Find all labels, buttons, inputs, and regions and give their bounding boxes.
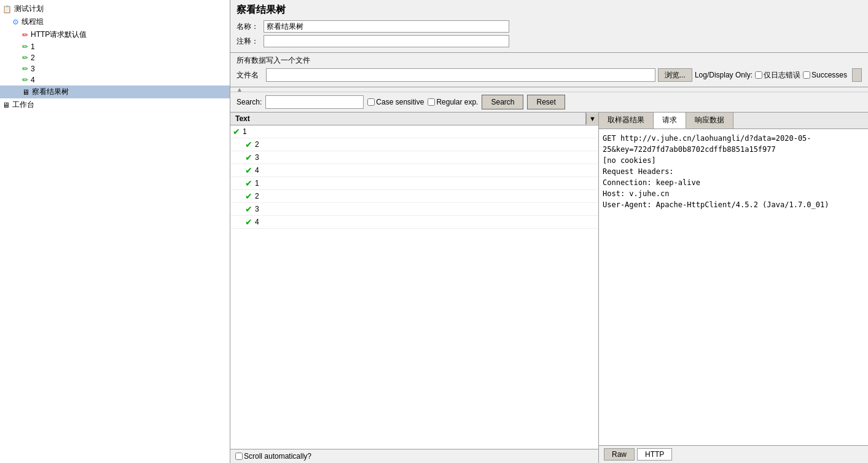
tree-panel: Text ▼ ✔ 1 ✔ 2 — [230, 113, 599, 463]
panel-header: 察看结果树 名称： 注释： — [230, 0, 868, 53]
sidebar-item-test-plan[interactable]: 📋 测试计划 — [0, 2, 230, 15]
browse-button[interactable]: 浏览... — [658, 68, 692, 82]
detail-tabs: 取样器结果 请求 响应数据 — [599, 113, 868, 129]
sidebar-item-label: 1 — [31, 42, 35, 51]
file-section: 所有数据写入一个文件 文件名 浏览... Log/Display Only: 仅… — [230, 53, 868, 87]
comment-row: 注释： — [237, 35, 862, 47]
pencil-icon: ✏ — [22, 65, 28, 73]
successes-checkbox[interactable] — [803, 71, 810, 79]
search-button[interactable]: Search — [482, 95, 523, 109]
tree-row[interactable]: ✔ 3 — [230, 203, 598, 216]
pencil-icon: ✏ — [22, 53, 28, 62]
case-sensitive-label[interactable]: Case sensitive — [367, 98, 424, 106]
tree-col-dropdown-button[interactable]: ▼ — [586, 113, 598, 124]
tree-col-header: Text — [230, 113, 586, 125]
sidebar-item-3[interactable]: ✏ 3 — [0, 63, 230, 74]
comment-label: 注释： — [237, 36, 261, 47]
row-num: 4 — [255, 218, 259, 226]
detail-panel: 取样器结果 请求 响应数据 GET http://v.juhe.cn/laohu… — [599, 113, 868, 463]
monitor-icon: 🖥 — [22, 88, 29, 97]
tree-list: ✔ 1 ✔ 2 ✔ 3 — [230, 125, 598, 449]
sidebar-item-label: 4 — [31, 76, 35, 84]
tree-row[interactable]: ✔ 1 — [230, 125, 598, 138]
content-line-3: [no cookies] — [603, 155, 864, 166]
sidebar-item-4[interactable]: ✏ 4 — [0, 74, 230, 85]
name-input[interactable] — [264, 20, 509, 33]
row-num: 3 — [255, 205, 259, 213]
row-num: 3 — [255, 153, 259, 162]
workbench-icon: 🖥 — [2, 101, 10, 109]
search-label: Search: — [237, 98, 262, 106]
sidebar-item-workbench[interactable]: 🖥 工作台 — [0, 98, 230, 111]
tree-row[interactable]: ✔ 2 — [230, 190, 598, 203]
sidebar-item-result-tree[interactable]: 🖥 察看结果树 — [0, 85, 230, 98]
successes-checkbox-label[interactable]: Successes — [803, 71, 847, 79]
tab-sampler-result[interactable]: 取样器结果 — [599, 113, 654, 129]
pencil-icon: ✏ — [22, 76, 28, 84]
sidebar-item-2[interactable]: ✏ 2 — [0, 52, 230, 63]
errors-only-checkbox-label[interactable]: 仅日志错误 — [755, 70, 800, 81]
sidebar-item-http-defaults[interactable]: ✏ HTTP请求默认值 — [0, 28, 230, 41]
name-label: 名称： — [237, 22, 261, 32]
sidebar-item-1[interactable]: ✏ 1 — [0, 41, 230, 52]
tree-footer: Scroll automatically? — [230, 449, 598, 463]
extra-button[interactable] — [852, 68, 862, 82]
sidebar-item-label: 线程组 — [22, 17, 44, 27]
raw-tab[interactable]: Raw — [604, 448, 635, 461]
file-name-label: 文件名 — [237, 70, 261, 81]
regex-text: Regular exp. — [436, 98, 478, 106]
content-line-5: Request Headers: — [603, 166, 864, 177]
http-tab[interactable]: HTTP — [637, 448, 672, 461]
scroll-auto-checkbox[interactable] — [235, 453, 243, 460]
comment-input[interactable] — [264, 35, 509, 47]
regex-checkbox[interactable] — [428, 98, 435, 106]
tab-request[interactable]: 请求 — [654, 113, 686, 129]
row-num: 2 — [255, 192, 259, 200]
success-icon: ✔ — [245, 191, 252, 201]
regex-label[interactable]: Regular exp. — [428, 98, 478, 106]
scroll-auto-label[interactable]: Scroll automatically? — [235, 452, 311, 461]
file-section-title: 所有数据写入一个文件 — [237, 55, 862, 66]
success-icon: ✔ — [245, 204, 252, 214]
success-icon: ✔ — [245, 217, 252, 227]
sidebar-item-label: 察看结果树 — [32, 87, 69, 97]
successes-label: Successes — [811, 71, 847, 79]
sidebar-item-thread-group[interactable]: ⚙ 线程组 — [0, 15, 230, 28]
right-panel: 察看结果树 名称： 注释： 所有数据写入一个文件 文件名 浏览... Log/D… — [230, 0, 868, 463]
row-num: 1 — [243, 127, 247, 136]
tree-row[interactable]: ✔ 3 — [230, 151, 598, 164]
sidebar-item-label: HTTP请求默认值 — [31, 30, 87, 40]
errors-only-label: 仅日志错误 — [764, 70, 800, 81]
search-bar: Search: Case sensitive Regular exp. Sear… — [230, 92, 868, 113]
success-icon: ✔ — [245, 152, 252, 162]
pencil-x-icon: ✏ — [22, 31, 28, 39]
sidebar-item-label: 测试计划 — [14, 4, 44, 14]
tree-row[interactable]: ✔ 4 — [230, 164, 598, 177]
row-num: 4 — [255, 166, 259, 175]
name-row: 名称： — [237, 20, 862, 33]
tab-response-data[interactable]: 响应数据 — [686, 113, 733, 129]
pencil-icon: ✏ — [22, 42, 28, 51]
tree-row[interactable]: ✔ 1 — [230, 177, 598, 190]
success-icon: ✔ — [245, 178, 252, 188]
tree-row[interactable]: ✔ 2 — [230, 138, 598, 151]
row-num: 2 — [255, 140, 259, 149]
search-input[interactable] — [265, 95, 364, 109]
row-num: 1 — [255, 179, 259, 188]
scroll-handle-row: ▲ — [230, 87, 868, 92]
tree-row[interactable]: ✔ 4 — [230, 216, 598, 229]
sidebar-item-label: 3 — [31, 65, 35, 73]
sidebar: 📋 测试计划 ⚙ 线程组 ✏ HTTP请求默认值 ✏ 1 ✏ 2 — [0, 0, 230, 463]
content-line-1: GET http://v.juhe.cn/laohuangli/d?data=2… — [603, 133, 864, 155]
errors-only-checkbox[interactable] — [755, 71, 762, 79]
success-icon: ✔ — [233, 127, 240, 137]
content-line-8: User-Agent: Apache-HttpClient/4.5.2 (Jav… — [603, 199, 864, 210]
reset-button[interactable]: Reset — [527, 95, 565, 109]
content-line-6: Connection: keep-alive — [603, 177, 864, 188]
file-name-input[interactable] — [266, 68, 655, 82]
case-sensitive-checkbox[interactable] — [367, 98, 375, 106]
sidebar-item-label: 工作台 — [12, 100, 34, 110]
panel-title: 察看结果树 — [237, 4, 862, 17]
detail-content: GET http://v.juhe.cn/laohuangli/d?data=2… — [599, 129, 868, 445]
tree-header: Text ▼ — [230, 113, 598, 125]
